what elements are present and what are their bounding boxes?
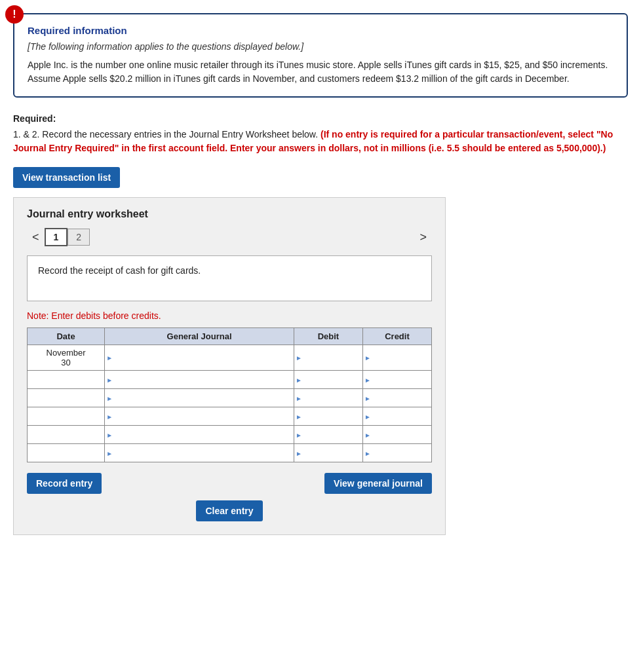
tab-1[interactable]: 1 — [45, 228, 68, 246]
table-row: ► ► ► — [28, 407, 432, 426]
debit-cell-4[interactable]: ► — [294, 407, 362, 426]
date-cell-2 — [28, 371, 105, 389]
worksheet-title: Journal entry worksheet — [27, 208, 432, 220]
credit-cell-6[interactable]: ► — [362, 444, 431, 462]
credit-cell-5[interactable]: ► — [362, 426, 431, 444]
info-box-subtitle: [The following information applies to th… — [28, 41, 613, 52]
journal-cell-3[interactable]: ► — [105, 389, 294, 407]
info-box: ! Required information [The following in… — [13, 13, 628, 98]
required-text-plain: 1. & 2. Record the necessary entries in … — [13, 129, 318, 140]
credit-cell-3[interactable]: ► — [362, 389, 431, 407]
journal-arrow-6: ► — [106, 449, 113, 457]
journal-arrow-2: ► — [106, 376, 113, 383]
debit-arrow-6: ► — [296, 449, 302, 457]
credit-arrow-6: ► — [364, 449, 371, 457]
journal-cell-5[interactable]: ► — [105, 426, 294, 444]
table-row: ► ► ► — [28, 389, 432, 407]
instruction-box: Record the receipt of cash for gift card… — [27, 255, 432, 301]
table-row: ► ► ► — [28, 426, 432, 444]
tab-2[interactable]: 2 — [68, 229, 90, 246]
journal-arrow-5: ► — [106, 431, 113, 438]
credit-arrow-4: ► — [364, 413, 371, 420]
table-row: ► ► ► — [28, 371, 432, 389]
record-entry-button[interactable]: Record entry — [27, 473, 102, 494]
credit-arrow-1: ► — [364, 354, 371, 362]
debit-cell-5[interactable]: ► — [294, 426, 362, 444]
debit-arrow-1: ► — [296, 354, 302, 362]
table-row: November30 ► ► ► — [28, 345, 432, 371]
debit-arrow-2: ► — [296, 376, 302, 383]
debit-cell-1[interactable]: ► — [294, 345, 362, 371]
debit-arrow-3: ► — [296, 394, 302, 401]
tab-navigation: < 1 2 > — [27, 228, 432, 246]
worksheet-container: Journal entry worksheet < 1 2 > Record t… — [13, 197, 446, 535]
date-cell-1: November30 — [28, 345, 105, 371]
required-section: Required: 1. & 2. Record the necessary e… — [13, 113, 628, 155]
date-cell-3 — [28, 389, 105, 407]
button-row-1: Record entry View general journal — [27, 473, 432, 494]
credit-arrow-2: ► — [364, 376, 371, 383]
journal-arrow-3: ► — [106, 394, 113, 401]
view-transaction-button[interactable]: View transaction list — [13, 167, 120, 188]
instruction-text: Record the receipt of cash for gift card… — [38, 265, 201, 276]
credit-arrow-5: ► — [364, 431, 371, 438]
exclamation-icon: ! — [5, 5, 24, 24]
date-cell-5 — [28, 426, 105, 444]
date-cell-6 — [28, 444, 105, 462]
col-header-date: Date — [28, 328, 105, 345]
debit-cell-3[interactable]: ► — [294, 389, 362, 407]
credit-cell-1[interactable]: ► — [362, 345, 431, 371]
journal-arrow-4: ► — [106, 413, 113, 420]
debit-arrow-4: ► — [296, 413, 302, 420]
journal-cell-2[interactable]: ► — [105, 371, 294, 389]
journal-cell-4[interactable]: ► — [105, 407, 294, 426]
journal-cell-6[interactable]: ► — [105, 444, 294, 462]
button-row-2: Clear entry — [27, 500, 432, 521]
col-header-journal: General Journal — [105, 328, 294, 345]
info-box-title: Required information — [28, 25, 613, 36]
credit-cell-2[interactable]: ► — [362, 371, 431, 389]
credit-arrow-3: ► — [364, 394, 371, 401]
debit-arrow-5: ► — [296, 431, 302, 438]
journal-table: Date General Journal Debit Credit Novemb… — [27, 327, 432, 462]
table-row: ► ► ► — [28, 444, 432, 462]
tab-next-arrow[interactable]: > — [414, 231, 432, 244]
clear-entry-button[interactable]: Clear entry — [196, 500, 262, 521]
info-box-body: Apple Inc. is the number one online musi… — [28, 58, 613, 86]
required-label: Required: — [13, 113, 628, 124]
view-general-journal-button[interactable]: View general journal — [324, 473, 432, 494]
debit-cell-2[interactable]: ► — [294, 371, 362, 389]
tab-prev-arrow[interactable]: < — [27, 231, 45, 244]
journal-cell-1[interactable]: ► — [105, 345, 294, 371]
credit-cell-4[interactable]: ► — [362, 407, 431, 426]
date-cell-4 — [28, 407, 105, 426]
col-header-debit: Debit — [294, 328, 362, 345]
journal-arrow-1: ► — [106, 354, 113, 362]
note-text: Note: Enter debits before credits. — [27, 310, 432, 321]
required-text: 1. & 2. Record the necessary entries in … — [13, 128, 628, 155]
col-header-credit: Credit — [362, 328, 431, 345]
debit-cell-6[interactable]: ► — [294, 444, 362, 462]
